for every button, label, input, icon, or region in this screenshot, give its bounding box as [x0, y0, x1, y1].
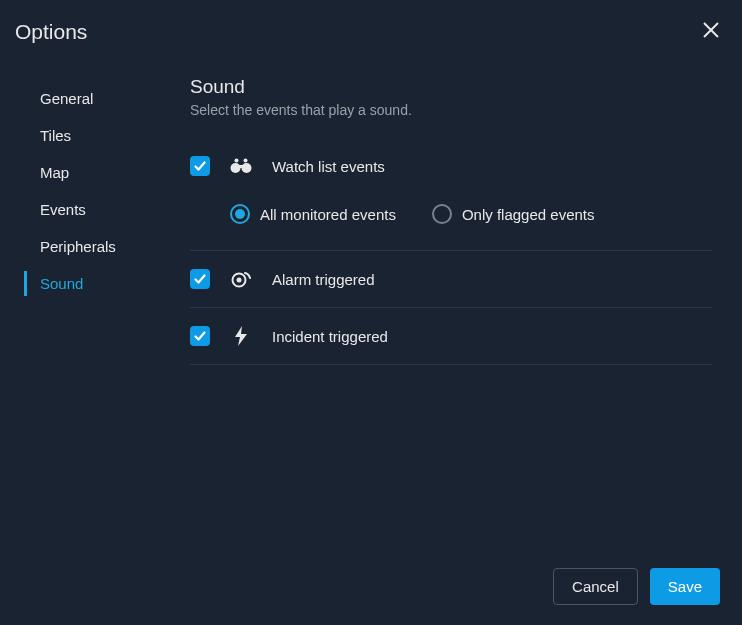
content-area: Sound Select the events that play a soun… — [188, 76, 712, 365]
save-button[interactable]: Save — [650, 568, 720, 605]
radio-label-flagged: Only flagged events — [462, 206, 595, 223]
svg-point-6 — [244, 159, 248, 163]
option-incident: Incident triggered — [190, 308, 712, 365]
svg-point-5 — [235, 159, 239, 163]
section-subtitle: Select the events that play a sound. — [190, 102, 712, 118]
close-button[interactable] — [702, 21, 720, 43]
sidebar-nav: General Tiles Map Events Peripherals Sou… — [0, 76, 188, 365]
label-watch-list: Watch list events — [272, 158, 385, 175]
sidebar-item-tiles[interactable]: Tiles — [0, 117, 188, 154]
dialog-title: Options — [15, 20, 87, 44]
radio-indicator-all — [230, 204, 250, 224]
option-watch-list: Watch list events All monitored events O… — [190, 156, 712, 251]
radio-label-all: All monitored events — [260, 206, 396, 223]
sidebar-item-sound[interactable]: Sound — [0, 265, 188, 302]
dialog-footer: Cancel Save — [553, 568, 720, 605]
label-alarm: Alarm triggered — [272, 271, 375, 288]
label-incident: Incident triggered — [272, 328, 388, 345]
radio-only-flagged[interactable]: Only flagged events — [432, 204, 595, 224]
svg-marker-9 — [235, 326, 247, 346]
alarm-icon — [230, 270, 252, 288]
checkbox-incident[interactable] — [190, 326, 210, 346]
binoculars-icon — [230, 158, 252, 174]
dialog-header: Options — [0, 0, 742, 64]
radio-indicator-flagged — [432, 204, 452, 224]
svg-point-8 — [237, 278, 242, 283]
cancel-button[interactable]: Cancel — [553, 568, 638, 605]
sidebar-item-map[interactable]: Map — [0, 154, 188, 191]
sidebar-item-events[interactable]: Events — [0, 191, 188, 228]
radio-all-monitored[interactable]: All monitored events — [230, 204, 396, 224]
checkbox-watch-list[interactable] — [190, 156, 210, 176]
lightning-icon — [230, 326, 252, 346]
section-title: Sound — [190, 76, 712, 98]
option-alarm: Alarm triggered — [190, 251, 712, 308]
checkbox-alarm[interactable] — [190, 269, 210, 289]
svg-rect-4 — [239, 165, 243, 168]
sidebar-item-general[interactable]: General — [0, 80, 188, 117]
sidebar-item-peripherals[interactable]: Peripherals — [0, 228, 188, 265]
